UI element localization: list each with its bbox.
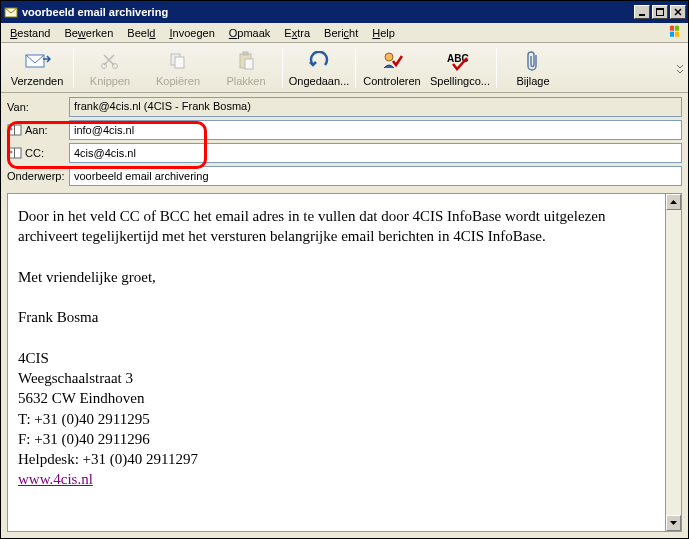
check-names-icon [381, 49, 403, 73]
separator [496, 48, 497, 88]
scroll-down-button[interactable] [666, 515, 681, 531]
svg-point-19 [10, 151, 13, 154]
separator [73, 48, 74, 88]
menu-bewerken[interactable]: Bewerken [57, 25, 120, 41]
window-title: voorbeeld email archivering [22, 6, 634, 18]
subject-field[interactable] [69, 166, 682, 186]
send-label: Verzenden [11, 75, 64, 87]
copy-label: Kopiëren [156, 75, 200, 87]
close-button[interactable] [670, 5, 686, 19]
paste-button[interactable]: Plakken [212, 44, 280, 92]
body-p1: Door in het veld CC of BCC het email adr… [18, 206, 655, 247]
scissors-icon [100, 49, 120, 73]
copy-button[interactable]: Kopiëren [144, 44, 212, 92]
subject-label: Onderwerp: [7, 170, 69, 182]
svg-rect-18 [14, 148, 15, 158]
header-fields: Van: frank@4cis.nl (4CIS - Frank Bosma) … [1, 93, 688, 191]
menubar: BBestandestand Bewerken Beeld Invoegen O… [1, 23, 688, 43]
copy-icon [168, 49, 188, 73]
windows-logo-icon [668, 24, 686, 40]
svg-rect-3 [656, 8, 664, 10]
svg-point-16 [10, 128, 13, 131]
paperclip-icon [525, 49, 541, 73]
to-row: Aan: [7, 120, 682, 140]
scroll-up-button[interactable] [666, 194, 681, 210]
menu-bericht[interactable]: Bericht [317, 25, 365, 41]
menu-extra[interactable]: Extra [277, 25, 317, 41]
window-icon [3, 4, 19, 20]
compose-window: voorbeeld email archivering BBestandesta… [0, 0, 689, 539]
menu-bestand[interactable]: BBestandestand [3, 25, 57, 41]
separator [282, 48, 283, 88]
attach-label: Bijlage [516, 75, 549, 87]
cc-row: CC: [7, 143, 682, 163]
cut-label: Knippen [90, 75, 130, 87]
send-icon [23, 49, 51, 73]
body-area: Door in het veld CC of BCC het email adr… [7, 193, 682, 532]
cc-field[interactable] [69, 143, 682, 163]
check-button[interactable]: Controleren [358, 44, 426, 92]
spellcheck-button[interactable]: ABC Spellingco... [426, 44, 494, 92]
from-label: Van: [7, 101, 69, 113]
maximize-button[interactable] [652, 5, 668, 19]
body-addr2: 5632 CW Eindhoven [18, 388, 655, 408]
undo-button[interactable]: Ongedaan... [285, 44, 353, 92]
vertical-scrollbar[interactable] [666, 193, 682, 532]
svg-rect-15 [14, 125, 15, 135]
spellcheck-label: Spellingco... [430, 75, 490, 87]
body-url-link[interactable]: www.4cis.nl [18, 471, 93, 487]
from-field[interactable]: frank@4cis.nl (4CIS - Frank Bosma) [69, 97, 682, 117]
address-book-icon [7, 124, 22, 136]
separator [355, 48, 356, 88]
attach-button[interactable]: Bijlage [499, 44, 567, 92]
body-p3: Frank Bosma [18, 307, 655, 327]
message-body[interactable]: Door in het veld CC of BCC het email adr… [7, 193, 666, 532]
menu-help[interactable]: Help [365, 25, 402, 41]
to-label[interactable]: Aan: [7, 124, 69, 136]
check-label: Controleren [363, 75, 420, 87]
undo-icon [307, 49, 331, 73]
paste-icon [236, 49, 256, 73]
body-help: Helpdesk: +31 (0)40 2911297 [18, 449, 655, 469]
from-row: Van: frank@4cis.nl (4CIS - Frank Bosma) [7, 97, 682, 117]
address-book-icon [7, 147, 22, 159]
minimize-button[interactable] [634, 5, 650, 19]
body-p2: Met vriendelijke groet, [18, 267, 655, 287]
cc-label[interactable]: CC: [7, 147, 69, 159]
body-company: 4CIS [18, 348, 655, 368]
svg-point-6 [113, 63, 118, 68]
scroll-track[interactable] [666, 210, 681, 515]
spellcheck-icon: ABC [447, 49, 473, 73]
send-button[interactable]: Verzenden [3, 44, 71, 92]
to-field[interactable] [69, 120, 682, 140]
toolbar: Verzenden Knippen Kopiëren Plakken [1, 43, 688, 93]
svg-rect-8 [175, 57, 184, 68]
svg-rect-1 [639, 14, 645, 16]
toolbar-overflow-icon[interactable] [674, 44, 686, 92]
body-tel: T: +31 (0)40 2911295 [18, 409, 655, 429]
subject-row: Onderwerp: [7, 166, 682, 186]
paste-label: Plakken [226, 75, 265, 87]
menu-beeld[interactable]: Beeld [120, 25, 162, 41]
menu-opmaak[interactable]: Opmaak [222, 25, 278, 41]
undo-label: Ongedaan... [289, 75, 350, 87]
svg-rect-11 [245, 59, 253, 69]
cut-button[interactable]: Knippen [76, 44, 144, 92]
svg-rect-10 [243, 52, 248, 55]
titlebar: voorbeeld email archivering [1, 1, 688, 23]
svg-point-12 [385, 53, 393, 61]
menu-invoegen[interactable]: Invoegen [162, 25, 221, 41]
body-fax: F: +31 (0)40 2911296 [18, 429, 655, 449]
body-addr1: Weegschaalstraat 3 [18, 368, 655, 388]
